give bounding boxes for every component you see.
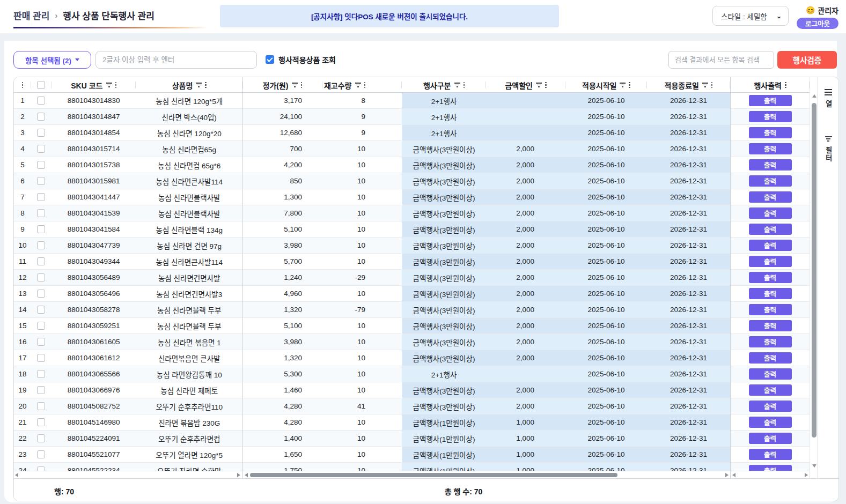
column-header-discount[interactable]: 금액할인 [486,77,565,93]
print-button[interactable]: 출력 [749,401,792,412]
row-checkbox[interactable] [37,193,45,201]
filter-icon[interactable] [196,83,202,87]
select-all-checkbox[interactable] [37,81,45,89]
print-button[interactable]: 출력 [749,320,792,331]
hscroll-thumb[interactable] [250,473,617,477]
filter-icon[interactable] [702,83,708,87]
scroll-right-icon[interactable] [237,473,240,477]
menu-dots-icon[interactable] [301,82,303,88]
column-header-product-name[interactable]: 상품명 [136,77,242,93]
column-header-price[interactable]: 정가(원) [243,77,322,93]
filter-icon[interactable] [536,83,542,87]
menu-dots-icon[interactable] [711,82,713,88]
print-button[interactable]: 출력 [749,352,792,364]
row-checkbox[interactable] [37,225,45,233]
row-checkbox[interactable] [37,466,45,471]
print-button[interactable]: 출력 [749,207,792,219]
print-button[interactable]: 출력 [749,127,792,138]
row-checkbox[interactable] [37,418,45,426]
column-header-start-date[interactable]: 적용시작일 [565,77,647,93]
result-search-input[interactable] [668,51,774,69]
logout-button[interactable]: 로그아웃 [797,18,838,29]
print-button[interactable]: 출력 [749,175,792,187]
selected-items-dropdown[interactable]: 항목 선택됨 (2) [13,51,91,69]
row-menu-header[interactable] [14,77,31,93]
row-checkbox[interactable] [37,354,45,362]
column-header-end-date[interactable]: 적용종료일 [647,77,730,93]
print-button[interactable]: 출력 [749,304,792,315]
column-header-event-type[interactable]: 행사구분 [402,77,486,93]
row-checkbox[interactable] [37,306,45,314]
row-checkbox[interactable] [37,402,45,410]
menu-dots-icon[interactable] [545,82,547,88]
print-button[interactable]: 출력 [749,143,792,154]
breadcrumb-parent[interactable]: 판매 관리 [13,9,49,22]
row-checkbox[interactable] [37,322,45,330]
row-checkbox[interactable] [37,97,45,105]
scroll-down-icon[interactable] [812,464,816,468]
print-button[interactable]: 출력 [749,465,792,471]
print-button[interactable]: 출력 [749,256,792,267]
print-button[interactable]: 출력 [749,224,792,235]
print-button[interactable]: 출력 [749,272,792,283]
row-checkbox[interactable] [37,177,45,185]
row-checkbox[interactable] [37,113,45,121]
print-button[interactable]: 출력 [749,111,792,122]
column-header-sku[interactable]: SKU 코드 [52,77,136,93]
column-header-event-print[interactable]: 행사출력 [731,77,810,93]
scroll-up-icon[interactable] [812,94,816,98]
print-button[interactable]: 출력 [749,95,792,106]
print-button[interactable]: 출력 [749,336,792,347]
column-header-stock[interactable]: 재고수량 [322,77,402,93]
event-validate-button[interactable]: 행사검증 [777,51,837,69]
scroll-right-icon[interactable] [805,473,808,477]
print-button[interactable]: 출력 [749,159,792,171]
scroll-left-icon[interactable] [15,473,18,477]
filter-icon[interactable] [355,83,361,87]
scroll-right-icon[interactable] [725,473,729,477]
row-checkbox[interactable] [37,145,45,153]
menu-dots-icon[interactable] [464,82,465,88]
tab-columns[interactable]: 열 [823,89,834,108]
row-checkbox[interactable] [37,386,45,394]
right-hscrollbar[interactable] [731,471,810,478]
row-checkbox[interactable] [37,450,45,458]
filter-icon[interactable] [292,83,298,87]
menu-dots-icon[interactable] [115,82,117,88]
print-button[interactable]: 출력 [749,433,792,444]
row-checkbox[interactable] [37,273,45,281]
row-checkbox[interactable] [37,290,45,298]
event-products-filter[interactable]: 행사적용상품 조회 [266,54,336,65]
search-input[interactable] [95,51,257,69]
vscrollbar[interactable] [810,77,818,478]
main-hscrollbar[interactable] [243,471,730,478]
filter-icon[interactable] [454,83,460,87]
checked-checkbox[interactable] [266,55,274,64]
row-checkbox[interactable] [37,161,45,169]
row-checkbox[interactable] [37,257,45,265]
left-hscrollbar[interactable] [14,471,242,478]
row-checkbox[interactable] [37,434,45,442]
print-button[interactable]: 출력 [749,368,792,380]
print-button[interactable]: 출력 [749,288,792,299]
menu-dots-icon[interactable] [629,82,630,88]
scroll-left-icon[interactable] [245,473,248,477]
menu-dots-icon[interactable] [785,82,786,88]
vscroll-thumb[interactable] [812,103,816,438]
scroll-left-icon[interactable] [732,473,735,477]
filter-icon[interactable] [620,83,626,87]
print-button[interactable]: 출력 [749,384,792,396]
row-checkbox[interactable] [37,370,45,378]
select-all-header[interactable] [31,77,52,93]
style-select[interactable]: 스타일 : 세밀함 ⌄ [712,6,789,26]
print-button[interactable]: 출력 [749,449,792,460]
row-checkbox[interactable] [37,338,45,346]
filter-icon[interactable] [106,83,112,87]
row-checkbox[interactable] [37,129,45,137]
print-button[interactable]: 출력 [749,417,792,428]
print-button[interactable]: 출력 [749,191,792,203]
print-button[interactable]: 출력 [749,240,792,251]
row-checkbox[interactable] [37,209,45,217]
row-checkbox[interactable] [37,241,45,249]
tab-filter[interactable]: 필터 [823,136,834,162]
